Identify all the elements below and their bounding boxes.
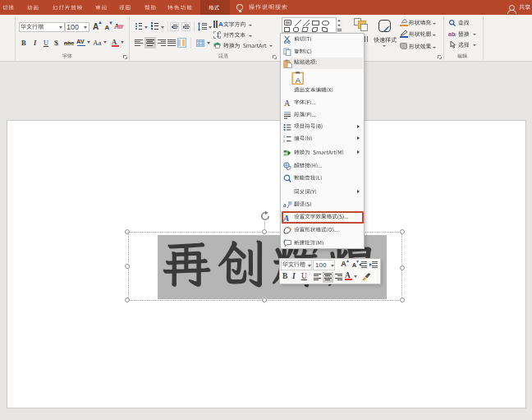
svg-text:a: a bbox=[283, 201, 287, 209]
svg-text:A: A bbox=[283, 214, 289, 222]
svg-text:1: 1 bbox=[283, 135, 286, 139]
svg-text:2: 2 bbox=[283, 139, 286, 143]
svg-text:A: A bbox=[284, 99, 291, 107]
svg-text:A: A bbox=[296, 76, 301, 85]
